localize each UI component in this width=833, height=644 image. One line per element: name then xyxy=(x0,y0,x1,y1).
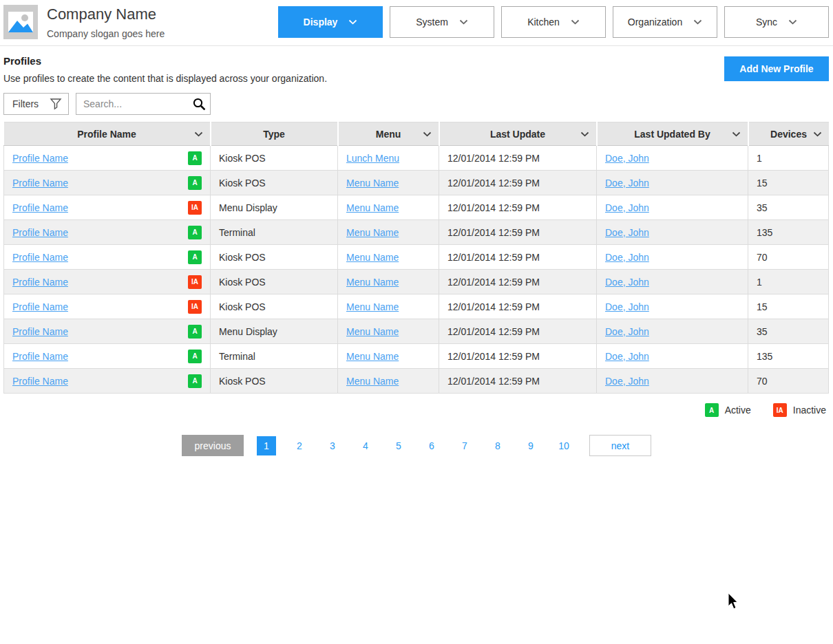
chevron-down-icon xyxy=(459,19,468,25)
updated-by-link[interactable]: Doe, John xyxy=(605,153,649,164)
nav-organization-dropdown[interactable]: Organization xyxy=(613,6,717,38)
profile-link[interactable]: Profile Name xyxy=(12,301,68,312)
menu-cell: Menu Name xyxy=(338,294,439,319)
updated-by-link[interactable]: Doe, John xyxy=(605,301,649,312)
column-label: Last Updated By xyxy=(634,129,710,140)
profile-link[interactable]: Profile Name xyxy=(12,252,68,263)
chevron-down-icon xyxy=(423,131,432,137)
last-update-cell: 12/01/2014 12:59 PM xyxy=(439,220,597,245)
page-number-6[interactable]: 6 xyxy=(422,436,441,455)
page-header: Profiles Use profiles to create the cont… xyxy=(0,46,833,92)
search-input[interactable] xyxy=(76,93,211,115)
page-number-9[interactable]: 9 xyxy=(521,436,540,455)
previous-page-button[interactable]: previous xyxy=(182,435,244,456)
updated-by-link[interactable]: Doe, John xyxy=(605,227,649,238)
devices-cell: 70 xyxy=(748,245,829,270)
type-cell: Kiosk POS xyxy=(211,245,338,270)
type-cell: Terminal xyxy=(211,344,338,369)
mouse-cursor xyxy=(728,593,740,611)
page-number-2[interactable]: 2 xyxy=(290,436,309,455)
type-cell: Kiosk POS xyxy=(211,270,338,294)
nav-label: System xyxy=(416,17,448,28)
updated-by-link[interactable]: Doe, John xyxy=(605,178,649,189)
devices-cell: 1 xyxy=(748,270,829,294)
type-cell: Menu Display xyxy=(211,319,338,344)
updated-by-link[interactable]: Doe, John xyxy=(605,277,649,288)
page-number-5[interactable]: 5 xyxy=(389,436,408,455)
last-update-cell: 12/01/2014 12:59 PM xyxy=(439,195,597,220)
profile-link[interactable]: Profile Name xyxy=(12,376,68,387)
profile-link[interactable]: Profile Name xyxy=(12,202,68,213)
updated-by-cell: Doe, John xyxy=(597,195,748,220)
column-header-menu[interactable]: Menu xyxy=(338,122,439,146)
status-badge: A xyxy=(188,325,202,339)
updated-by-link[interactable]: Doe, John xyxy=(605,351,649,362)
status-badge: A xyxy=(188,250,202,264)
column-header-last-updated-by[interactable]: Last Updated By xyxy=(597,122,748,146)
table-row: Profile NameAKiosk POSMenu Name12/01/201… xyxy=(4,171,829,195)
updated-by-cell: Doe, John xyxy=(597,294,748,319)
menu-link[interactable]: Menu Name xyxy=(346,227,399,238)
devices-cell: 35 xyxy=(748,195,829,220)
page-number-4[interactable]: 4 xyxy=(356,436,375,455)
nav-kitchen-dropdown[interactable]: Kitchen xyxy=(501,6,606,38)
last-update-cell: 12/01/2014 12:59 PM xyxy=(439,344,597,369)
column-header-last-update[interactable]: Last Update xyxy=(439,122,597,146)
devices-cell: 70 xyxy=(748,369,829,394)
add-new-profile-button[interactable]: Add New Profile xyxy=(724,56,829,81)
menu-link[interactable]: Menu Name xyxy=(346,178,399,189)
page-number-3[interactable]: 3 xyxy=(323,436,342,455)
menu-link[interactable]: Menu Name xyxy=(346,202,399,213)
profile-link[interactable]: Profile Name xyxy=(12,277,68,288)
updated-by-cell: Doe, John xyxy=(597,146,748,171)
updated-by-link[interactable]: Doe, John xyxy=(605,252,649,263)
devices-cell: 135 xyxy=(748,344,829,369)
updated-by-cell: Doe, John xyxy=(597,270,748,294)
legend-active-label: Active xyxy=(725,405,751,416)
menu-cell: Menu Name xyxy=(338,270,439,294)
nav-system-dropdown[interactable]: System xyxy=(390,6,494,38)
updated-by-link[interactable]: Doe, John xyxy=(605,376,649,387)
profile-cell: Profile NameA xyxy=(4,369,211,394)
menu-cell: Menu Name xyxy=(338,344,439,369)
next-page-button[interactable]: next xyxy=(589,435,651,456)
menu-link[interactable]: Menu Name xyxy=(346,351,399,362)
menu-cell: Menu Name xyxy=(338,195,439,220)
updated-by-link[interactable]: Doe, John xyxy=(605,202,649,213)
filters-button[interactable]: Filters xyxy=(3,93,69,115)
menu-cell: Menu Name xyxy=(338,171,439,195)
nav-sync-dropdown[interactable]: Sync xyxy=(724,6,829,38)
updated-by-cell: Doe, John xyxy=(597,319,748,344)
column-label: Profile Name xyxy=(77,129,136,140)
menu-link[interactable]: Menu Name xyxy=(346,252,399,263)
menu-link[interactable]: Menu Name xyxy=(346,301,399,312)
devices-cell: 15 xyxy=(748,294,829,319)
updated-by-link[interactable]: Doe, John xyxy=(605,326,649,337)
devices-cell: 35 xyxy=(748,319,829,344)
search-icon[interactable] xyxy=(193,98,206,111)
page-number-8[interactable]: 8 xyxy=(488,436,507,455)
search-box xyxy=(76,93,211,115)
column-header-devices[interactable]: Devices xyxy=(748,122,829,146)
profile-cell: Profile NameIA xyxy=(4,195,211,220)
table-row: Profile NameIAKiosk POSMenu Name12/01/20… xyxy=(4,294,829,319)
profile-link[interactable]: Profile Name xyxy=(12,227,68,238)
profile-link[interactable]: Profile Name xyxy=(12,178,68,189)
menu-link[interactable]: Lunch Menu xyxy=(346,153,399,164)
menu-link[interactable]: Menu Name xyxy=(346,277,399,288)
page-number-7[interactable]: 7 xyxy=(455,436,474,455)
top-bar: Company Name Company slogan goes here Di… xyxy=(0,0,833,46)
page-number-10[interactable]: 10 xyxy=(554,436,573,455)
nav-display-dropdown[interactable]: Display xyxy=(278,6,383,38)
menu-link[interactable]: Menu Name xyxy=(346,376,399,387)
table-row: Profile NameAKiosk POSLunch Menu12/01/20… xyxy=(4,146,829,171)
column-header-profile-name[interactable]: Profile Name xyxy=(4,122,211,146)
menu-link[interactable]: Menu Name xyxy=(346,326,399,337)
funnel-icon xyxy=(50,98,62,110)
profile-link[interactable]: Profile Name xyxy=(12,351,68,362)
profile-link[interactable]: Profile Name xyxy=(12,326,68,337)
nav-label: Sync xyxy=(756,17,777,28)
chevron-down-icon xyxy=(194,131,203,137)
page-number-1[interactable]: 1 xyxy=(257,436,276,455)
profile-link[interactable]: Profile Name xyxy=(12,153,68,164)
